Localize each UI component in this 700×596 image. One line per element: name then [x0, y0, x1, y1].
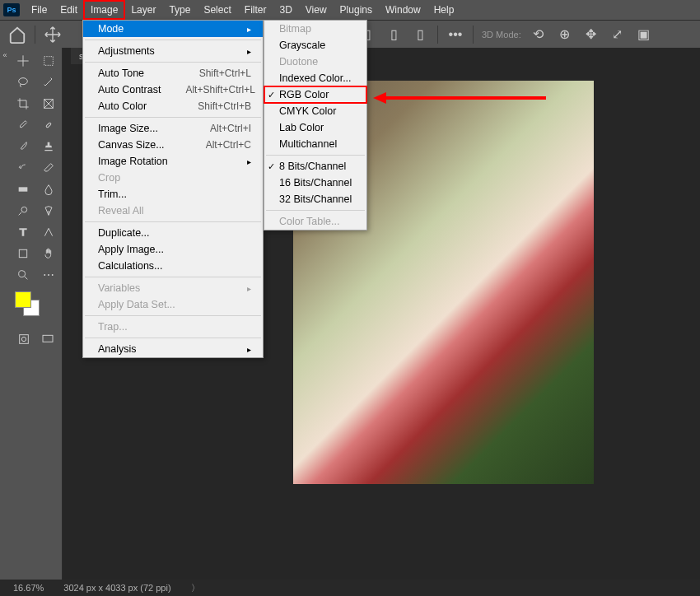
svg-rect-6: [19, 249, 26, 257]
move-tool-indicator-icon[interactable]: [44, 26, 62, 44]
mode-rgb[interactable]: RGB Color: [264, 86, 366, 103]
menu-calculations[interactable]: Calculations...: [83, 258, 263, 274]
crop-tool-icon[interactable]: [12, 94, 35, 114]
menu-auto-tone[interactable]: Auto ToneShift+Ctrl+L: [83, 65, 263, 81]
separator: [266, 210, 365, 211]
svg-rect-3: [45, 123, 51, 128]
mode-bitmap: Bitmap: [264, 21, 366, 37]
menu-help[interactable]: Help: [427, 1, 461, 19]
separator: [85, 40, 261, 40]
align-right-icon[interactable]: ▯: [411, 26, 429, 44]
slide-icon[interactable]: ⤢: [609, 26, 627, 44]
more-icon[interactable]: •••: [446, 26, 464, 44]
menu-trim[interactable]: Trim...: [83, 186, 263, 203]
menu-canvas-size[interactable]: Canvas Size...Alt+Ctrl+C: [83, 137, 263, 153]
orbit-icon[interactable]: ⟲: [530, 26, 548, 44]
menu-image-size[interactable]: Image Size...Alt+Ctrl+I: [83, 120, 263, 137]
gradient-tool-icon[interactable]: [12, 179, 35, 199]
menu-filter[interactable]: Filter: [238, 1, 273, 19]
menu-view[interactable]: View: [299, 1, 334, 19]
wand-tool-icon[interactable]: [37, 72, 60, 92]
type-tool-icon[interactable]: [12, 222, 35, 242]
separator: [85, 277, 261, 277]
zoom-level[interactable]: 16.67%: [13, 583, 44, 593]
marquee-tool-icon[interactable]: [37, 51, 60, 71]
separator: [266, 155, 365, 156]
menu-select[interactable]: Select: [197, 1, 237, 19]
zoom-tool-icon[interactable]: [12, 265, 35, 285]
mode-cmyk[interactable]: CMYK Color: [264, 103, 366, 119]
menu-3d[interactable]: 3D: [273, 1, 298, 19]
menu-mode[interactable]: Mode: [83, 21, 263, 37]
camera-icon[interactable]: ▣: [635, 26, 653, 44]
mode-indexed[interactable]: Indexed Color...: [264, 70, 366, 86]
svg-point-7: [19, 271, 26, 277]
separator: [437, 26, 438, 44]
mode-multichannel[interactable]: Multichannel: [264, 136, 366, 152]
menu-auto-color[interactable]: Auto ColorShift+Ctrl+B: [83, 98, 263, 114]
separator: [473, 26, 474, 44]
mode-16bit[interactable]: 16 Bits/Channel: [264, 175, 366, 191]
hand-tool-icon[interactable]: [37, 244, 60, 263]
menubar: Ps File Edit Image Layer Type Select Fil…: [0, 0, 700, 20]
image-menu-dropdown: Mode Adjustments Auto ToneShift+Ctrl+L A…: [82, 20, 264, 358]
menu-layer[interactable]: Layer: [124, 1, 162, 19]
svg-rect-4: [19, 187, 28, 191]
dodge-tool-icon[interactable]: [12, 201, 35, 221]
mode-grayscale[interactable]: Grayscale: [264, 37, 366, 54]
separator: [85, 315, 261, 316]
edit-toolbar-icon[interactable]: ⋯: [37, 265, 60, 285]
separator: [85, 117, 261, 118]
color-swatches[interactable]: [12, 291, 60, 324]
status-arrow-icon[interactable]: 〉: [191, 582, 200, 594]
menu-plugins[interactable]: Plugins: [334, 1, 379, 19]
menu-image-rotation[interactable]: Image Rotation: [83, 153, 263, 170]
roll-icon[interactable]: ⊕: [556, 26, 574, 44]
brush-tool-icon[interactable]: [12, 137, 35, 156]
eraser-tool-icon[interactable]: [37, 158, 60, 178]
mode-8bit[interactable]: 8 Bits/Channel: [264, 158, 366, 175]
healing-tool-icon[interactable]: [37, 115, 60, 135]
move-tool-icon[interactable]: [12, 51, 35, 71]
mode-32bit[interactable]: 32 Bits/Channel: [264, 191, 366, 207]
3d-mode-label: 3D Mode:: [482, 30, 521, 40]
mode-lab[interactable]: Lab Color: [264, 119, 366, 136]
menu-window[interactable]: Window: [379, 1, 427, 19]
menu-file[interactable]: File: [25, 1, 54, 19]
menu-variables: Variables: [83, 280, 263, 296]
svg-point-9: [21, 337, 26, 341]
svg-point-1: [19, 78, 28, 85]
collapse-handle[interactable]: «: [0, 48, 10, 580]
pan-icon[interactable]: ✥: [582, 26, 600, 44]
svg-rect-0: [44, 57, 53, 66]
eyedropper-tool-icon[interactable]: [12, 115, 35, 135]
mode-submenu: Bitmap Grayscale Duotone Indexed Color..…: [264, 20, 367, 230]
stamp-tool-icon[interactable]: [37, 137, 60, 156]
blur-tool-icon[interactable]: [37, 179, 60, 199]
frame-tool-icon[interactable]: [37, 94, 60, 114]
menu-auto-contrast[interactable]: Auto ContrastAlt+Shift+Ctrl+L: [83, 81, 263, 98]
foreground-swatch[interactable]: [15, 291, 31, 308]
lasso-tool-icon[interactable]: [12, 72, 35, 92]
menu-type[interactable]: Type: [162, 1, 197, 19]
screenmode-icon[interactable]: [36, 329, 59, 349]
menu-trap: Trap...: [83, 319, 263, 335]
quickmask-icon[interactable]: [12, 329, 35, 349]
menu-apply-image[interactable]: Apply Image...: [83, 241, 263, 258]
history-brush-icon[interactable]: [12, 158, 35, 178]
menu-crop: Crop: [83, 170, 263, 186]
menu-duplicate[interactable]: Duplicate...: [83, 225, 263, 241]
menu-adjustments[interactable]: Adjustments: [83, 43, 263, 59]
shape-tool-icon[interactable]: [12, 244, 35, 263]
menu-reveal-all: Reveal All: [83, 203, 263, 219]
svg-marker-12: [373, 92, 386, 104]
svg-rect-8: [19, 335, 28, 344]
menu-image[interactable]: Image: [84, 1, 124, 19]
mode-color-table: Color Table...: [264, 213, 366, 230]
path-tool-icon[interactable]: [37, 222, 60, 242]
home-icon[interactable]: [8, 26, 26, 44]
align-center-icon[interactable]: ▯: [385, 26, 403, 44]
pen-tool-icon[interactable]: [37, 201, 60, 221]
menu-analysis[interactable]: Analysis: [83, 341, 263, 357]
menu-edit[interactable]: Edit: [54, 1, 84, 19]
